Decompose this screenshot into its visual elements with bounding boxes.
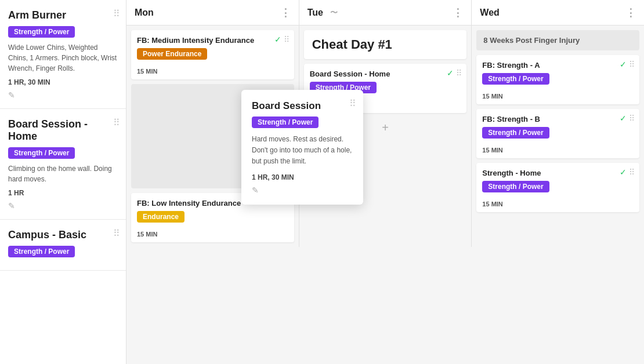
- workout-card-title: FB: Strength - A: [482, 61, 634, 70]
- tag-strength-power: Strength / Power: [8, 26, 75, 38]
- drag-handle-icon[interactable]: ⠿: [113, 117, 120, 128]
- check-icon: ✓: [620, 168, 627, 177]
- calendar-body: Mon ⋮ FB: Medium Intensity Endurance ✓ ⠿…: [126, 0, 644, 364]
- check-icon: ✓: [447, 68, 454, 78]
- calendar-columns: Mon ⋮ FB: Medium Intensity Endurance ✓ ⠿…: [126, 0, 644, 247]
- sidebar-card-desc: Wide Lower Chins, Weighted Chins, 1 Arme…: [8, 42, 118, 74]
- calendar: Mon ⋮ FB: Medium Intensity Endurance ✓ ⠿…: [126, 0, 644, 364]
- workout-card-fb-medium: FB: Medium Intensity Endurance ✓ ⠿ Power…: [131, 30, 294, 79]
- popup-card: ⠿ Board Session Strength / Power Hard mo…: [241, 90, 363, 205]
- more-options-icon[interactable]: ⋮: [280, 6, 291, 19]
- col-tue-label: Tue: [307, 8, 323, 18]
- tag-power-endurance: Power Endurance: [137, 48, 207, 60]
- workout-card-fb-strength-a: FB: Strength - A ✓ ⠿ Strength / Power 15…: [476, 55, 639, 104]
- col-mon-header: Mon ⋮: [126, 0, 299, 26]
- card-actions: ✓ ⠿: [620, 114, 635, 123]
- sidebar-card-desc: Climbing on the home wall. Doing hard mo…: [8, 163, 118, 184]
- tag-strength-power: Strength / Power: [8, 246, 75, 257]
- sidebar-card-title: Board Session - Home: [8, 118, 118, 143]
- col-mon-label: Mon: [135, 8, 154, 18]
- sidebar-card-title: Campus - Basic: [8, 229, 118, 241]
- col-wed: Wed ⋮ 8 Weeks Post Finger Injury FB: Str…: [472, 0, 644, 247]
- more-options-icon[interactable]: ⋮: [453, 6, 463, 19]
- sidebar-card-meta: 1 HR: [8, 189, 118, 197]
- check-icon: ✓: [620, 114, 627, 123]
- popup-card-title: Board Session: [252, 100, 353, 112]
- tag-strength-power: Strength / Power: [482, 181, 549, 192]
- popup-meta: 1 HR, 30 MIN: [252, 173, 353, 181]
- workout-card-strength-home: Strength - Home ✓ ⠿ Strength / Power 15 …: [476, 163, 639, 212]
- workout-card-fb-strength-b: FB: Strength - B ✓ ⠿ Strength / Power 15…: [476, 109, 639, 158]
- drag-handle-icon[interactable]: ⠿: [113, 228, 120, 239]
- drag-handle-icon[interactable]: ⠿: [113, 8, 120, 19]
- more-options-icon[interactable]: ⋮: [625, 6, 636, 19]
- sidebar-card-board-session-home: ⠿ Board Session - Home Strength / Power …: [0, 109, 126, 220]
- card-actions: ✓ ⠿: [447, 68, 462, 78]
- tag-strength-power: Strength / Power: [482, 127, 549, 139]
- col-wed-header: Wed ⋮: [472, 0, 644, 26]
- workout-card-time: 15 MIN: [137, 68, 288, 75]
- tag-endurance: Endurance: [137, 211, 184, 223]
- check-icon: ✓: [620, 60, 627, 69]
- check-icon: ✓: [274, 35, 281, 44]
- sidebar-card-arm-burner: ⠿ Arm Burner Strength / Power Wide Lower…: [0, 0, 126, 109]
- workout-card-time: 15 MIN: [137, 231, 288, 238]
- popup-drag-icon[interactable]: ⠿: [349, 98, 356, 109]
- workout-card-time: 15 MIN: [482, 93, 634, 100]
- card-drag-icon[interactable]: ⠿: [284, 35, 290, 44]
- col-wed-body: 8 Weeks Post Finger Injury FB: Strength …: [472, 26, 644, 247]
- card-actions: ✓ ⠿: [274, 35, 290, 44]
- card-drag-icon[interactable]: ⠿: [629, 60, 635, 69]
- popup-edit-icon[interactable]: ✎: [252, 185, 259, 195]
- workout-card-title: Board Session - Home: [310, 70, 461, 78]
- card-drag-icon[interactable]: ⠿: [629, 114, 635, 123]
- card-drag-icon[interactable]: ⠿: [456, 68, 462, 78]
- sidebar-card-title: Arm Burner: [8, 9, 118, 21]
- card-drag-icon[interactable]: ⠿: [629, 168, 635, 177]
- workout-card-time: 15 MIN: [482, 201, 634, 208]
- workout-card-title: FB: Strength - B: [482, 115, 634, 123]
- cheat-banner-title: Cheat Day #1: [312, 37, 459, 52]
- cheat-banner: Cheat Day #1: [304, 30, 467, 59]
- col-wed-label: Wed: [480, 8, 499, 18]
- tag-strength-power: Strength / Power: [8, 147, 75, 159]
- card-actions: ✓ ⠿: [620, 168, 635, 177]
- sidebar-card-meta: 1 HR, 30 MIN: [8, 78, 118, 86]
- edit-icon[interactable]: ✎: [8, 90, 15, 100]
- sidebar: ⠿ Arm Burner Strength / Power Wide Lower…: [0, 0, 126, 364]
- workout-card-time: 15 MIN: [482, 147, 634, 154]
- tag-strength-power: Strength / Power: [482, 73, 549, 85]
- popup-desc: Hard moves. Rest as desired. Don't go in…: [252, 134, 353, 168]
- sidebar-card-campus-basic: ⠿ Campus - Basic Strength / Power: [0, 220, 126, 271]
- popup-tag: Strength / Power: [252, 117, 319, 128]
- section-banner: 8 Weeks Post Finger Injury: [476, 30, 639, 50]
- card-actions: ✓ ⠿: [620, 60, 635, 69]
- edit-icon[interactable]: ✎: [8, 201, 15, 210]
- workout-card-title: Strength - Home: [482, 169, 634, 177]
- popup-overlay: ⠿ Board Session Strength / Power Hard mo…: [241, 90, 363, 205]
- col-tue-header: Tue 〜 ⋮: [299, 0, 472, 26]
- pulse-icon: 〜: [330, 8, 338, 18]
- workout-card-title: FB: Medium Intensity Endurance: [137, 36, 288, 45]
